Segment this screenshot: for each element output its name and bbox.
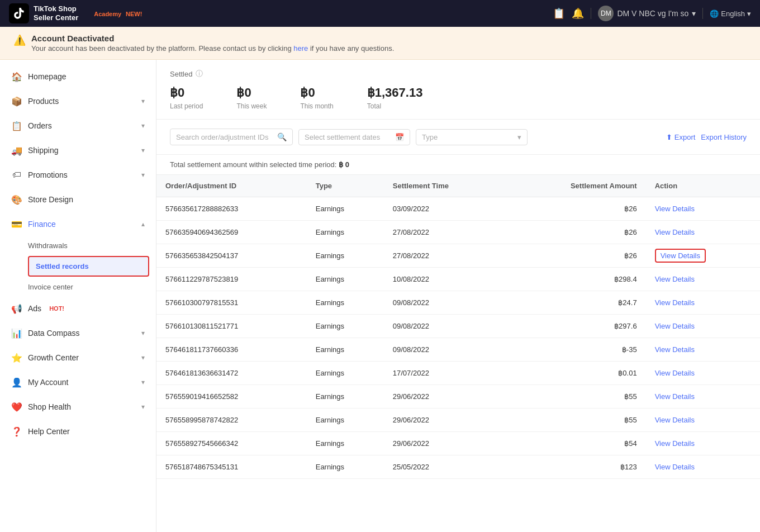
total-amount: ฿ 0 xyxy=(339,160,349,169)
cell-type: Earnings xyxy=(307,315,384,338)
sidebar-item-orders[interactable]: 📋 Orders ▾ xyxy=(0,113,156,138)
language-selector[interactable]: 🌐 English ▾ xyxy=(710,10,751,18)
info-icon[interactable]: ⓘ xyxy=(196,69,203,79)
view-details-button[interactable]: View Details xyxy=(655,345,695,354)
orders-icon: 📋 xyxy=(11,120,22,131)
date-picker[interactable]: Select settlement dates 📅 xyxy=(298,129,410,145)
sidebar-item-ads[interactable]: 📢 Ads HOT! xyxy=(0,296,156,321)
sidebar-item-shipping[interactable]: 🚚 Shipping ▾ xyxy=(0,138,156,163)
table-row: 576461813636631472Earnings17/07/2022฿0.0… xyxy=(156,362,760,385)
cell-settlement-time: 09/08/2022 xyxy=(384,315,506,338)
sidebar-item-finance[interactable]: 💳 Finance ▴ xyxy=(0,212,156,236)
clipboard-icon[interactable]: 📋 xyxy=(553,7,565,20)
sidebar: 🏠 Homepage 📦 Products ▾ 📋 Orders ▾ 🚚 Shi… xyxy=(0,60,156,532)
table-row: 576635653842504137Earnings27/08/2022฿26V… xyxy=(156,244,760,268)
sidebar-item-settled-records[interactable]: Settled records xyxy=(28,256,149,277)
table-row: 576518748675345131Earnings25/05/2022฿123… xyxy=(156,455,760,479)
academy-label[interactable]: Academy NEW! xyxy=(92,9,142,18)
export-button[interactable]: ⬆ Export xyxy=(666,133,696,141)
notification-icon[interactable]: 🔔 xyxy=(572,7,584,20)
view-details-button[interactable]: View Details xyxy=(655,439,695,448)
cell-settlement-time: 29/06/2022 xyxy=(384,408,506,432)
cell-settlement-time: 27/08/2022 xyxy=(384,244,506,268)
data-compass-icon: 📊 xyxy=(11,327,22,339)
cell-type: Earnings xyxy=(307,362,384,385)
type-select[interactable]: Type ▾ xyxy=(416,129,528,145)
sidebar-item-shop-health[interactable]: ❤️ Shop Health ▾ xyxy=(0,395,156,419)
cell-settlement-amount: ฿26 xyxy=(506,221,646,244)
cell-settlement-time: 03/09/2022 xyxy=(384,197,506,221)
table-row: 576558995878742822Earnings29/06/2022฿55V… xyxy=(156,408,760,432)
cell-settlement-amount: ฿0.01 xyxy=(506,362,646,385)
sidebar-item-my-account[interactable]: 👤 My Account ▾ xyxy=(0,370,156,395)
cell-settlement-amount: ฿55 xyxy=(506,408,646,432)
cell-order-id: 576518748675345131 xyxy=(156,455,307,479)
stat-label: This month xyxy=(300,102,333,110)
view-details-button[interactable]: View Details xyxy=(655,275,695,283)
sidebar-item-products[interactable]: 📦 Products ▾ xyxy=(0,89,156,113)
cell-settlement-amount: ฿26 xyxy=(506,197,646,221)
col-order-id: Order/Adjustment ID xyxy=(156,175,307,197)
alert-banner: ⚠️ Account Deactivated Your account has … xyxy=(0,27,760,60)
sidebar-item-homepage[interactable]: 🏠 Homepage xyxy=(0,64,156,89)
cell-action: View Details xyxy=(646,244,760,268)
alert-link[interactable]: here xyxy=(293,44,308,53)
cell-action: View Details xyxy=(646,408,760,432)
view-details-button[interactable]: View Details xyxy=(655,298,695,307)
sidebar-item-label: Growth Center xyxy=(28,353,79,362)
sidebar-item-withdrawals[interactable]: Withdrawals xyxy=(28,236,156,255)
chevron-down-icon: ▾ xyxy=(141,97,145,105)
cell-action: View Details xyxy=(646,197,760,221)
cell-settlement-time: 27/08/2022 xyxy=(384,221,506,244)
search-input-wrap[interactable]: 🔍 xyxy=(170,129,293,145)
settled-stats: ฿0 Last period ฿0 This week ฿0 This mont… xyxy=(170,86,747,110)
cell-settlement-amount: ฿54 xyxy=(506,432,646,455)
cell-settlement-amount: ฿55 xyxy=(506,385,646,408)
table-header-row: Order/Adjustment ID Type Settlement Time… xyxy=(156,175,760,197)
view-details-button[interactable]: View Details xyxy=(655,249,706,263)
export-history-button[interactable]: Export History xyxy=(701,133,747,141)
table-row: 576558927545666342Earnings29/06/2022฿54V… xyxy=(156,432,760,455)
sidebar-item-promotions[interactable]: 🏷 Promotions ▾ xyxy=(0,163,156,187)
sidebar-item-data-compass[interactable]: 📊 Data Compass ▾ xyxy=(0,321,156,345)
chevron-down-icon: ▾ xyxy=(141,354,145,362)
settlements-table: Order/Adjustment ID Type Settlement Time… xyxy=(156,175,760,479)
col-settlement-amount: Settlement Amount xyxy=(506,175,646,197)
view-details-button[interactable]: View Details xyxy=(655,228,695,236)
chevron-up-icon: ▴ xyxy=(141,220,145,228)
chevron-down-icon: ▾ xyxy=(141,403,145,411)
logo[interactable]: TikTok Shop Seller Center xyxy=(9,3,78,23)
cell-order-id: 576611229787523819 xyxy=(156,268,307,291)
view-details-button[interactable]: View Details xyxy=(655,392,695,401)
export-label: Export xyxy=(674,133,696,141)
view-details-button[interactable]: View Details xyxy=(655,369,695,377)
view-details-button[interactable]: View Details xyxy=(655,322,695,330)
sidebar-item-store-design[interactable]: 🎨 Store Design xyxy=(0,187,156,212)
cell-action: View Details xyxy=(646,291,760,315)
cell-settlement-amount: ฿297.6 xyxy=(506,315,646,338)
user-menu[interactable]: DM DM V NBC vg I'm so ▾ xyxy=(598,6,696,21)
sidebar-item-invoice-center[interactable]: Invoice center xyxy=(28,278,156,296)
view-details-button[interactable]: View Details xyxy=(655,463,695,471)
cell-type: Earnings xyxy=(307,268,384,291)
sidebar-item-growth-center[interactable]: ⭐ Growth Center ▾ xyxy=(0,345,156,370)
view-details-button[interactable]: View Details xyxy=(655,416,695,424)
sidebar-item-label: Promotions xyxy=(28,170,68,179)
table-row: 576635617288882633Earnings03/09/2022฿26V… xyxy=(156,197,760,221)
stat-value: ฿0 xyxy=(170,86,203,100)
topnav: TikTok Shop Seller Center Academy NEW! 📋… xyxy=(0,0,760,27)
ads-badge: HOT! xyxy=(49,305,64,312)
view-details-button[interactable]: View Details xyxy=(655,205,695,213)
filter-bar: 🔍 Select settlement dates 📅 Type ▾ ⬆ Exp… xyxy=(156,120,760,155)
search-input[interactable] xyxy=(176,133,274,141)
cell-order-id: 576558995878742822 xyxy=(156,408,307,432)
chevron-down-icon: ▾ xyxy=(141,329,145,337)
cell-settlement-time: 10/08/2022 xyxy=(384,268,506,291)
divider xyxy=(591,8,591,19)
cell-settlement-amount: ฿123 xyxy=(506,455,646,479)
calendar-icon: 📅 xyxy=(395,133,404,141)
sidebar-item-help-center[interactable]: ❓ Help Center xyxy=(0,419,156,444)
stat-this-week: ฿0 This week xyxy=(236,86,267,110)
store-design-icon: 🎨 xyxy=(11,194,22,205)
sidebar-item-label: Shipping xyxy=(28,146,59,155)
